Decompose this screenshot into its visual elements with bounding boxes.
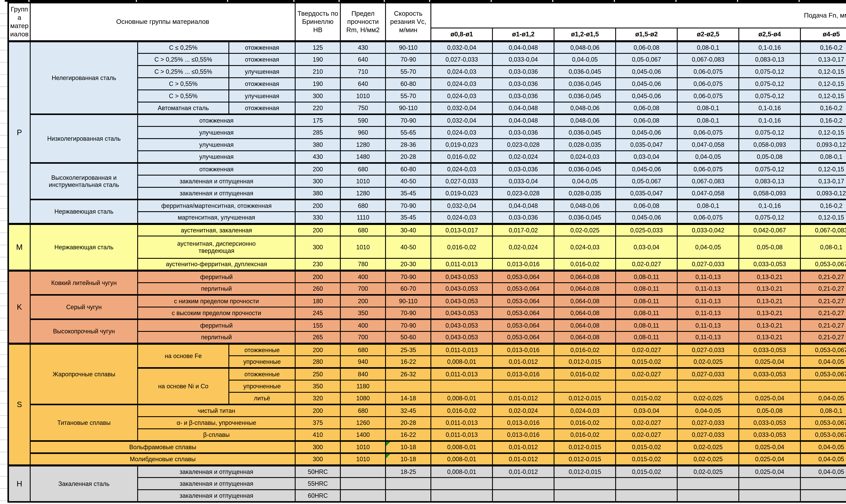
feed-cell: [677, 478, 739, 490]
material-cell: Молибденовые сплавы: [30, 453, 295, 465]
feed-cell: 0,023-0,028: [493, 139, 554, 151]
material-cell: Автоматная сталь: [138, 102, 229, 114]
feed-cell: 0,13-0,21: [739, 319, 800, 331]
feed-cell: 0,045-0,06: [616, 163, 677, 175]
strength-cell: 680: [340, 224, 386, 236]
header-diameter-range: ø2,5-ø4: [739, 28, 800, 41]
hardness-cell: 375: [295, 417, 340, 429]
material-cell: упрочненные: [229, 380, 295, 392]
material-cell: закаленная и отпущенная: [138, 187, 295, 200]
feed-cell: 0,064-0,08: [554, 307, 616, 319]
hardness-cell: 200: [295, 404, 340, 417]
feed-cell: 0,13-0,21: [739, 331, 800, 344]
feed-cell: 0,027-0,033: [677, 417, 739, 429]
feed-cell: 0,036-0,045: [554, 66, 616, 78]
group-code-cell: K: [8, 271, 30, 344]
feed-cell: 0,11-0,13: [677, 271, 739, 283]
feed-cell: 0,01-0,012: [493, 392, 554, 404]
header-diameter-range: ø4-ø5: [800, 28, 846, 41]
feed-cell: 0,016-0,02: [554, 368, 616, 380]
feed-cell: 0,053-0,067: [800, 344, 846, 356]
feed-cell: 0,064-0,08: [554, 283, 616, 295]
feed-cell: 0,067-0,083: [677, 53, 739, 66]
cutting-speed-cell: 70-90: [386, 271, 431, 283]
strength-cell: 700: [340, 283, 386, 295]
feed-cell: 0,075-0,12: [739, 66, 800, 78]
material-cell: C > 0,25% ... ≤0,55%: [138, 53, 229, 66]
feed-cell: 0,08-0,11: [616, 295, 677, 307]
header-main-material-groups: Основные группы материалов: [30, 3, 295, 41]
material-cell: C ≤ 0,25%: [138, 41, 229, 53]
material-cell: закаленная и отпущенная: [138, 478, 295, 490]
feed-cell: 0,015-0,02: [616, 465, 677, 478]
feed-cell: 0,053-0,064: [493, 295, 554, 307]
feed-cell: [739, 478, 800, 490]
feed-cell: 0,02-0,024: [493, 151, 554, 163]
feed-cell: 0,036-0,045: [554, 78, 616, 90]
feed-cell: 0,027-0,033: [677, 429, 739, 441]
feed-cell: [493, 490, 554, 502]
cutting-speed-cell: 32-45: [386, 404, 431, 417]
cutting-speed-cell: 25-35: [386, 344, 431, 356]
feed-cell: 0,043-0,053: [431, 295, 493, 307]
feed-cell: 0,019-0,023: [431, 139, 493, 151]
material-cell: Вольфрамовые сплавы: [30, 441, 295, 453]
feed-cell: 0,01-0,012: [493, 356, 554, 368]
material-cell: на основе Ni и Co: [138, 368, 229, 404]
feed-cell: 0,013-0,017: [431, 224, 493, 236]
header-diameter-range: ø1-ø1,2: [493, 28, 554, 41]
feed-cell: [554, 490, 616, 502]
feed-cell: 0,12-0,15: [800, 78, 846, 90]
header-cutting-speed: Скорость резания Vc, м/мин: [386, 3, 431, 41]
feed-cell: 0,05-0,08: [739, 151, 800, 163]
feed-cell: 0,083-0,13: [739, 175, 800, 187]
feed-cell: [431, 490, 493, 502]
feed-cell: 0,015-0,02: [616, 356, 677, 368]
strength-cell: 400: [340, 271, 386, 283]
strength-cell: 1010: [340, 441, 386, 453]
feed-cell: 0,04-0,048: [493, 200, 554, 212]
header-brinell-hardness: Твердость по Бринеллю HB: [295, 3, 340, 41]
material-cell: отожженная: [229, 53, 295, 66]
feed-cell: 0,016-0,02: [554, 258, 616, 271]
cutting-speed-cell: 90-110: [386, 102, 431, 114]
feed-cell: 0,033-0,053: [739, 258, 800, 271]
feed-cell: 0,016-0,02: [554, 417, 616, 429]
feed-cell: 0,02-0,027: [616, 429, 677, 441]
strength-cell: 750: [340, 102, 386, 114]
feed-cell: 0,008-0,01: [431, 356, 493, 368]
cutting-speed-cell: 14-18: [386, 392, 431, 404]
feed-cell: 0,033-0,04: [493, 175, 554, 187]
feed-cell: 0,093-0,12: [800, 139, 846, 151]
feed-cell: 0,013-0,016: [493, 258, 554, 271]
strength-cell: [340, 490, 386, 502]
material-cell: ферритный: [138, 271, 295, 283]
feed-cell: 0,03-0,036: [493, 66, 554, 78]
hardness-cell: 330: [295, 212, 340, 224]
hardness-cell: 285: [295, 126, 340, 139]
feed-cell: 0,048-0,06: [554, 102, 616, 114]
cutting-speed-cell: 35-45: [386, 212, 431, 224]
feed-cell: [800, 478, 846, 490]
feed-cell: 0,008-0,01: [431, 453, 493, 465]
feed-cell: 0,06-0,075: [677, 163, 739, 175]
feed-cell: 0,06-0,075: [677, 78, 739, 90]
feed-cell: 0,16-0,2: [800, 41, 846, 53]
feed-cell: 0,04-0,05: [554, 175, 616, 187]
feed-cell: 0,06-0,075: [677, 126, 739, 139]
material-cell: закаленная и отпущенная: [138, 465, 295, 478]
material-cell: мартенситная, улучшенная: [138, 212, 295, 224]
feed-cell: 0,08-0,1: [800, 151, 846, 163]
feed-cell: 0,024-0,03: [431, 66, 493, 78]
strength-cell: 1110: [340, 212, 386, 224]
material-cell: Закаленная сталь: [30, 465, 138, 502]
sheet-gutter-left: [0, 2, 7, 504]
feed-cell: 0,036-0,045: [554, 212, 616, 224]
feed-cell: 0,032-0,04: [431, 114, 493, 126]
feed-cell: 0,045-0,06: [616, 66, 677, 78]
feed-cell: 0,011-0,013: [431, 417, 493, 429]
feed-cell: 0,093-0,12: [800, 187, 846, 200]
feed-cell: 0,13-0,21: [739, 271, 800, 283]
feed-cell: 0,12-0,15: [800, 66, 846, 78]
strength-cell: 1010: [340, 453, 386, 465]
